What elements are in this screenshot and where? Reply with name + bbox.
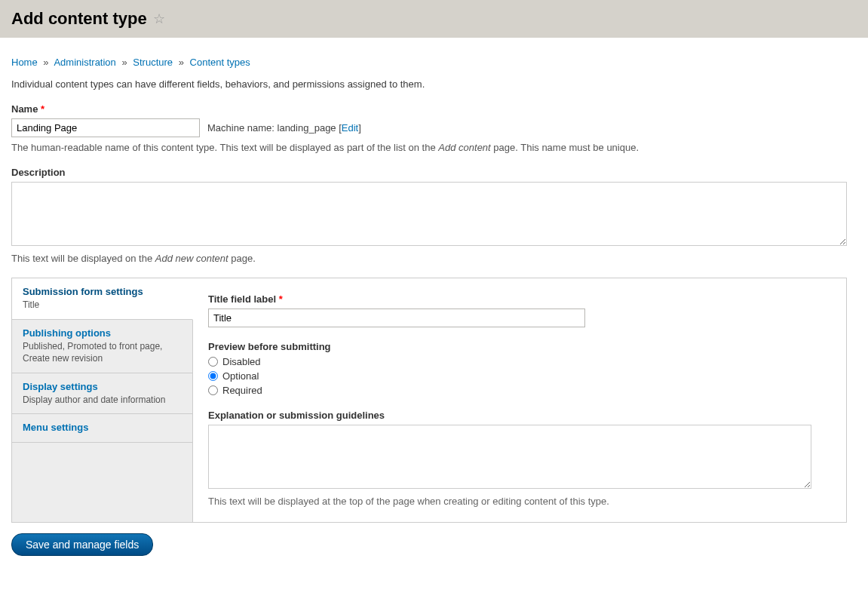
tab-submission-form-settings[interactable]: Submission form settings Title bbox=[12, 278, 193, 320]
required-marker: * bbox=[41, 103, 44, 115]
name-input[interactable] bbox=[11, 118, 200, 137]
breadcrumb-content-types[interactable]: Content types bbox=[190, 57, 250, 68]
page-header: Add content type ☆ bbox=[0, 0, 868, 38]
preview-optional-radio[interactable] bbox=[208, 371, 218, 381]
machine-name-edit-link[interactable]: Edit bbox=[342, 122, 358, 134]
guidelines-help: This text will be displayed at the top o… bbox=[208, 496, 831, 507]
breadcrumb-administration[interactable]: Administration bbox=[54, 57, 115, 68]
tab-list: Submission form settings Title Publishin… bbox=[12, 278, 193, 522]
tab-menu-settings[interactable]: Menu settings bbox=[12, 414, 192, 443]
guidelines-textarea[interactable] bbox=[208, 425, 811, 489]
breadcrumb-structure[interactable]: Structure bbox=[133, 57, 173, 68]
vertical-tabs: Submission form settings Title Publishin… bbox=[11, 278, 847, 523]
breadcrumb-sep: » bbox=[121, 57, 127, 68]
page-title: Add content type bbox=[11, 9, 147, 29]
description-label: Description bbox=[11, 167, 857, 178]
tab-display-settings[interactable]: Display settings Display author and date… bbox=[12, 373, 192, 415]
breadcrumb-home[interactable]: Home bbox=[11, 57, 38, 68]
name-label: Name * bbox=[11, 103, 857, 115]
breadcrumb-sep: » bbox=[43, 57, 48, 68]
description-help-text: This text will be displayed on the Add n… bbox=[11, 253, 857, 264]
favorite-star-icon[interactable]: ☆ bbox=[153, 11, 165, 27]
tab-publishing-options[interactable]: Publishing options Published, Promoted t… bbox=[12, 320, 192, 373]
intro-text: Individual content types can have differ… bbox=[11, 78, 857, 90]
description-textarea[interactable] bbox=[11, 182, 847, 246]
name-help-text: The human-readable name of this content … bbox=[11, 142, 857, 153]
required-marker: * bbox=[279, 293, 283, 305]
preview-required-radio[interactable] bbox=[208, 385, 218, 395]
title-field-label: Title field label * bbox=[208, 293, 831, 305]
preview-required-label[interactable]: Required bbox=[222, 385, 262, 396]
breadcrumb: Home » Administration » Structure » Cont… bbox=[11, 57, 857, 68]
breadcrumb-sep: » bbox=[179, 57, 184, 68]
preview-disabled-label[interactable]: Disabled bbox=[222, 356, 261, 367]
save-and-manage-fields-button[interactable]: Save and manage fields bbox=[11, 533, 153, 556]
guidelines-label: Explanation or submission guidelines bbox=[208, 410, 831, 421]
preview-group-label: Preview before submitting bbox=[208, 341, 831, 352]
title-field-input[interactable] bbox=[208, 309, 585, 327]
machine-name-text: Machine name: landing_page [Edit] bbox=[207, 122, 361, 134]
preview-optional-label[interactable]: Optional bbox=[222, 370, 259, 382]
preview-disabled-radio[interactable] bbox=[208, 357, 218, 367]
tab-content: Title field label * Preview before submi… bbox=[193, 278, 846, 522]
